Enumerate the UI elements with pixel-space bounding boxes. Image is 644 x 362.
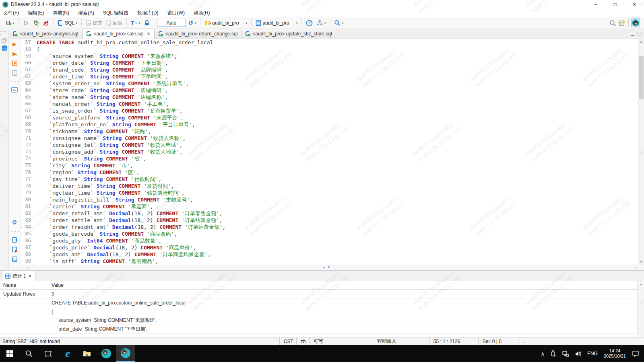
cell-value[interactable]: 0 [48,291,296,297]
execute-new-tab-icon[interactable]: ▶+ [12,51,17,57]
table-row[interactable]: `source_system` String COMMENT '来源系统', [0,316,644,325]
tray-chevron-icon[interactable]: ∧ [538,345,547,362]
scroll-left-icon[interactable]: ‹ [28,265,30,270]
task-view-button[interactable] [39,345,58,362]
history-button[interactable]: ↺ ▾ [187,19,198,27]
menu-item[interactable]: 搜索(A) [78,10,94,16]
scrollbar-thumb[interactable] [639,56,644,99]
editor-tab[interactable]: <audit_bi_pro> sale.sql✕ [82,29,154,39]
dbeaver-taskbar-button[interactable] [97,345,116,362]
reconnect-button[interactable] [31,19,40,27]
log-error-icon[interactable] [12,247,18,253]
statistics-tab[interactable]: 统计 1 ✕ [2,271,35,281]
cell-value[interactable]: ( [48,309,296,315]
maximize-button[interactable]: □ [605,0,625,9]
status-selection[interactable]: Sel: 0 | 0 [478,337,515,345]
action-center-button[interactable] [629,345,644,362]
language-indicator[interactable]: ENG [584,345,601,362]
lock-button[interactable] [143,19,151,27]
status-insert-mode[interactable]: 智能插入 [373,337,429,345]
grid-scroll-up-icon[interactable]: ▲ [638,281,644,286]
close-button[interactable]: ✕ [625,0,644,9]
cell-value[interactable]: `source_system` String COMMENT '来源系统', [48,317,296,324]
sql-console-icon[interactable] [11,87,18,93]
schema-selector[interactable]: audit_bi_pro ▾ [254,19,299,27]
sql-code-area[interactable]: 57CREATE TABLE audit_bi_pro.custom_onlin… [21,39,638,265]
status-caret-position[interactable]: 55 : 1 : 2126 [429,337,478,345]
editor-tab[interactable]: <audit_bi_pro> return_change.sql [155,29,242,39]
scroll-up-icon[interactable]: ▲ [638,40,644,43]
cell-value[interactable]: CREATE TABLE audit_bi_pro.custom_online_… [48,300,296,306]
connection-selector[interactable]: audit_bi_pro ▾ [203,19,248,27]
scroll-right-icon[interactable]: › [635,265,637,270]
menu-item[interactable]: 数据库(D) [137,10,159,16]
find-button[interactable]: ▾ [333,19,345,27]
menu-item[interactable]: 文件(F) [3,10,19,16]
menu-item[interactable]: 导航(N) [53,10,69,16]
execute-statement-icon[interactable]: ▶ [12,41,17,47]
status-locale[interactable]: zh [296,337,309,345]
dbeaver-perspective-button[interactable] [631,19,640,27]
dropdown-icon[interactable]: ▾ [296,21,297,25]
usb-tray-icon[interactable] [547,345,559,362]
output-console-icon[interactable]: (ω) [12,256,18,262]
sash-down-icon[interactable]: ▾ [328,265,330,269]
dropdown-icon[interactable]: ▾ [324,21,326,25]
volume-tray-icon[interactable] [572,345,584,362]
dropdown-icon[interactable]: ▾ [194,21,196,25]
dashboard-button[interactable] [305,19,314,27]
quick-search-icon[interactable] [609,20,616,27]
table-row[interactable]: Updated Rows0 [0,290,644,298]
disconnect-button[interactable] [41,19,50,27]
rollback-button[interactable]: 回滚 [105,19,124,27]
editor-tab[interactable]: <audit_bi_pro> analysis.sql [9,29,82,39]
dropdown-icon[interactable]: ▾ [12,21,14,25]
dropdown-icon[interactable]: ▾ [246,21,247,25]
explain-plan-icon[interactable] [12,70,18,76]
editor-horizontal-scrollbar[interactable]: ‹ › ▴▾ [9,265,644,270]
table-row[interactable]: CREATE TABLE audit_bi_pro.custom_online_… [0,298,644,307]
splitter-sash-arrows[interactable]: ▴▾ [323,265,330,269]
statistics-grid[interactable]: NameValueUpdated Rows0CREATE TABLE audit… [0,281,644,337]
sash-up-icon[interactable]: ▴ [323,265,325,269]
cell-value[interactable]: `order_date` String COMMENT '下单日期', [48,326,296,333]
menu-item[interactable]: 编辑(E) [28,10,44,16]
connect-button[interactable] [21,19,30,27]
dropdown-icon[interactable]: ▾ [76,21,77,25]
transaction-mode-button[interactable]: T ∵ ▾ [130,19,142,27]
cell-name[interactable]: Updated Rows [0,291,48,297]
column-header-name[interactable]: Name [0,282,48,288]
sql-editor-button[interactable]: SQL ▾ [56,19,78,27]
menu-item[interactable]: 窗口(W) [167,10,185,16]
table-row[interactable]: `order_date` String COMMENT '下单日期', [0,325,644,334]
database-navigator-icon[interactable] [1,45,8,51]
dropdown-icon[interactable]: ▾ [342,21,343,25]
execute-script-icon[interactable] [12,60,18,66]
minimize-button[interactable]: – [586,0,605,9]
open-perspective-icon[interactable] [619,20,626,26]
taskbar-search-button[interactable] [19,345,39,362]
editor-tab[interactable]: <audit_bi_pro> update_sbz_store.sql [242,29,336,39]
commit-button[interactable]: 提交 [85,19,103,27]
commit-mode-select[interactable]: Auto [157,19,186,27]
status-timezone[interactable]: CST [279,337,296,345]
minimize-panel-icon[interactable]: ▁ [631,31,634,36]
taskbar-clock[interactable]: 14:24 2025/10/21 [601,348,629,359]
network-tray-icon[interactable] [559,345,572,362]
dropdown-icon[interactable]: ▾ [139,21,140,25]
table-row[interactable]: ( [0,307,644,316]
editor-vertical-scrollbar[interactable]: ▲ ▼ [638,39,644,265]
settings-gear-icon[interactable]: ⚙ [12,219,17,226]
maximize-panel-icon[interactable]: ▢ [638,31,642,36]
export-result-icon[interactable] [12,237,18,243]
scroll-down-icon[interactable]: ▼ [638,260,644,264]
er-diagram-button[interactable]: ▾ [315,19,327,27]
menu-item[interactable]: 帮助(H) [194,10,210,16]
dbeaver-taskbar-button-active[interactable] [116,345,135,362]
internet-explorer-button[interactable]: e [58,345,77,362]
status-write-mode[interactable]: 可写 [309,337,373,345]
close-tab-icon[interactable]: ✕ [28,274,32,279]
close-tab-icon[interactable]: ✕ [147,31,151,37]
file-explorer-button[interactable] [77,345,97,362]
new-connection-button[interactable]: ▾ [4,19,15,27]
